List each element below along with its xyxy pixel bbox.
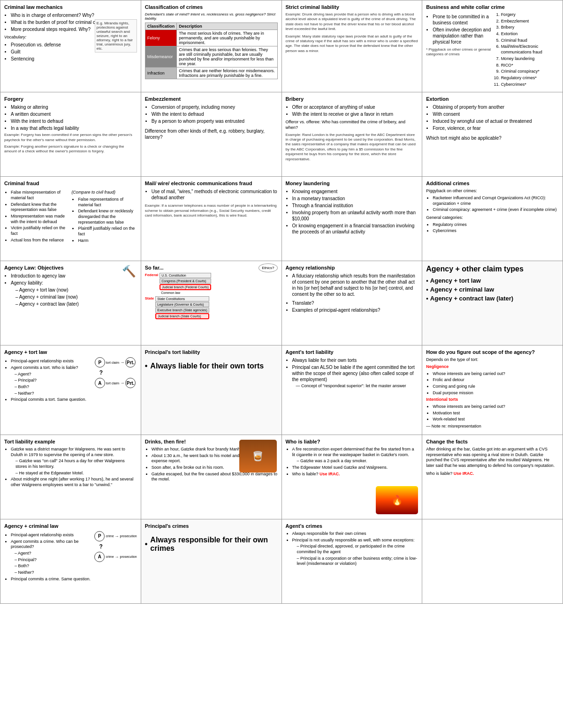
- embezzlement-bullets: Conversion of property, including money …: [145, 104, 278, 124]
- change-facts-text: After drinking at the bar, Gatzke got in…: [426, 447, 559, 469]
- bullet-item: Always responsible for their own crimes: [292, 531, 418, 537]
- bullet-item: – Agency + tort law (now): [11, 287, 137, 293]
- bullet-item: Often involve deception and manipulation…: [433, 27, 491, 45]
- list-item: RICO*: [501, 63, 559, 68]
- title-change-facts: Change the facts: [426, 439, 559, 444]
- strict-example1: Example: Drunk driving laws provide that…: [286, 12, 418, 32]
- intentional-list: Whose interests are being carried out? M…: [426, 404, 559, 422]
- cell-principals-tort-liability: Principal's tort liability • Always liab…: [141, 345, 282, 435]
- cell-extortion: Extortion Obtaining of property from ano…: [422, 92, 563, 177]
- general-list: Regulatory crimes Cybercrimes: [426, 222, 559, 234]
- agency-large-bullet-1: • Agency + tort law: [426, 277, 559, 284]
- bullet-item: Making or altering: [11, 104, 137, 110]
- bullet-item: Defendant knew that the representation w…: [11, 202, 69, 213]
- list-item: Criminal conspiracy*: [501, 69, 559, 75]
- agents-crimes-bullets: Always responsible for their own crimes …: [286, 531, 418, 567]
- prt-circle2: Prt.: [125, 378, 136, 388]
- state-label: State: [145, 296, 154, 300]
- bullet-item: – He stayed at the Edgewater Motel.: [11, 471, 137, 476]
- cell-principals-crimes: Principal's crimes • Always responsible …: [141, 519, 282, 604]
- list-item: Cybercrimes: [433, 228, 559, 234]
- bullet-item: – Principal?: [11, 378, 92, 383]
- fraud-col2-label: (Compare to civil fraud): [71, 190, 137, 195]
- title-strict-liability: Strict criminal liability: [286, 4, 418, 10]
- judicial-box: Judicial branch (Federal Courts): [160, 284, 211, 290]
- prosecution-label: prosecution: [120, 534, 137, 538]
- bullet-item: Or knowing engagement in a financial tra…: [292, 223, 418, 235]
- drink-image: 🥃: [239, 440, 277, 473]
- cell-agency-relationship: Agency relationship A fiduciary relation…: [282, 261, 423, 345]
- bullet-item: Induced by wrongful use of actual or thr…: [433, 118, 559, 124]
- agents-tort-bullets: Always liable for their own torts Princi…: [286, 357, 418, 389]
- p-circle: P: [95, 357, 105, 368]
- common-law-box: Common law: [160, 291, 211, 295]
- principals-crimes-main-bullet: • Always responsible for their own crime…: [145, 536, 278, 553]
- bullet-item: Who is in charge of enforcement? Why?: [11, 12, 137, 18]
- bullet-item: Force, violence, or fear: [433, 125, 559, 131]
- bullet-item: Knowing engagement: [292, 188, 418, 195]
- mail-wire-bullets: Use of mail, "wires," methods of electro…: [145, 188, 278, 201]
- strict-example2: Example: Many state statutory rape laws …: [286, 34, 418, 54]
- agency-large-bullet-2: • Agency + criminal law: [426, 286, 559, 293]
- us-const-box: U.S. Constitution: [160, 273, 211, 278]
- bullet-item: Translate?: [292, 300, 418, 306]
- list-item: Mail/Wire/Electronic communications frau…: [501, 44, 559, 55]
- list-item: Extortion: [501, 31, 559, 37]
- bullet-item: A fiduciary relationship which results f…: [292, 273, 418, 297]
- title-agency-criminal-law: Agency + criminal law: [4, 523, 137, 529]
- bullet-item: Principal is not usually responsible as …: [292, 538, 418, 543]
- bullet-item: False misrepresentation of material fact: [11, 190, 69, 201]
- bullet-item: Principal commits a tort. Same question.: [11, 397, 92, 403]
- title-embezzlement: Embezzlement: [145, 96, 278, 102]
- infraction-desc: Crimes that are neither felonies nor mis…: [177, 68, 277, 79]
- state-leg-box: Legislature (Governor & Courts): [155, 302, 209, 307]
- title-extortion: Extortion: [426, 96, 559, 102]
- cell-agents-tort-liability: Agent's tort liability Always liable for…: [282, 345, 423, 435]
- bullet-item: – Agent?: [11, 372, 92, 377]
- list-item: Coming and going rule: [433, 384, 559, 390]
- cell-change-facts: Change the facts After drinking at the b…: [422, 435, 563, 519]
- list-item: Criminal conspiracy: agreement + crime (…: [433, 207, 559, 213]
- money-laundering-bullets: Knowing engagement In a monetary transac…: [286, 188, 418, 235]
- cell-criminal-fraud: Criminal fraud False misrepresentation o…: [0, 177, 141, 261]
- agency-objectives-bullets: Introduction to agency law Agency liabil…: [4, 273, 137, 307]
- bullet-item: With the intent to receive or give a fav…: [292, 111, 418, 117]
- misdemeanor-desc: Crimes that are less serious than feloni…: [177, 46, 277, 68]
- tort-diagram: P tort claim → Prt. ? A tort claim → Prt…: [95, 357, 137, 388]
- state-exec-box: Executive branch (State agencies): [155, 308, 209, 313]
- cell-scope-agency: How do you figure out scope of the agenc…: [422, 345, 563, 435]
- cell-empty-7-4: [422, 519, 563, 604]
- bullet-item: Agency liability:: [11, 280, 137, 286]
- list-item: Racketeer Influenced and Corrupt Organiz…: [433, 195, 559, 206]
- bullet-item: – Both?: [11, 563, 91, 569]
- table-header-description: Description: [177, 23, 277, 30]
- main-grid: Criminal law mechanics Who is in charge …: [0, 0, 563, 604]
- piggyback-list: Racketeer Influenced and Corrupt Organiz…: [426, 195, 559, 213]
- fraud-two-col: False misrepresentation of material fact…: [4, 188, 137, 245]
- cell-mail-wire-fraud: Mail/ wire/ electronic communications fr…: [141, 177, 282, 261]
- scope-intro: Depends on the type of tort:: [426, 357, 559, 363]
- bullet-item: Use of mail, "wires," methods of electro…: [152, 188, 278, 201]
- title-mail-wire-fraud: Mail/ wire/ electronic communications fr…: [145, 180, 278, 186]
- tort-law-content: Principal-agent relationship exists Agen…: [4, 357, 137, 404]
- bullet-item: With the intent to defraud: [152, 111, 278, 117]
- title-white-collar: Business and white collar crime: [426, 4, 559, 10]
- cell-embezzlement: Embezzlement Conversion of property, inc…: [141, 92, 282, 177]
- forgery-example1: Example: Forgery has been committed if o…: [4, 133, 137, 143]
- arrow-right2: →: [120, 381, 124, 385]
- title-agency-tort-law: Agency + tort law: [4, 349, 137, 355]
- bullet-item: Conversion of property, including money: [152, 104, 278, 110]
- criminal-diagram: P crime → prosecution ? A crime → prosec…: [94, 531, 137, 584]
- bullet-item: – Neither?: [11, 391, 92, 397]
- who-liable-bullets: A fire reconstruction expert determined …: [286, 447, 418, 477]
- cell-strict-liability: Strict criminal liability Example: Drunk…: [282, 0, 423, 92]
- crime-label: crime: [106, 534, 114, 538]
- title-tort-example: Tort liability example: [4, 439, 137, 444]
- criminal-law-content: Principal-agent relationship exists Agen…: [4, 531, 137, 584]
- congress-box: Congress (President & Courts): [160, 278, 211, 284]
- mail-wire-example: Example: If a scammer telephones a mass …: [145, 203, 278, 218]
- list-item: Criminal fraud: [501, 38, 559, 44]
- cell-so-far: So far... Ethics? Federal U.S. Constitut…: [141, 261, 282, 345]
- fed-state-diagram: Federal U.S. Constitution Congress (Pres…: [145, 273, 278, 319]
- felony-label: Felony: [145, 30, 177, 46]
